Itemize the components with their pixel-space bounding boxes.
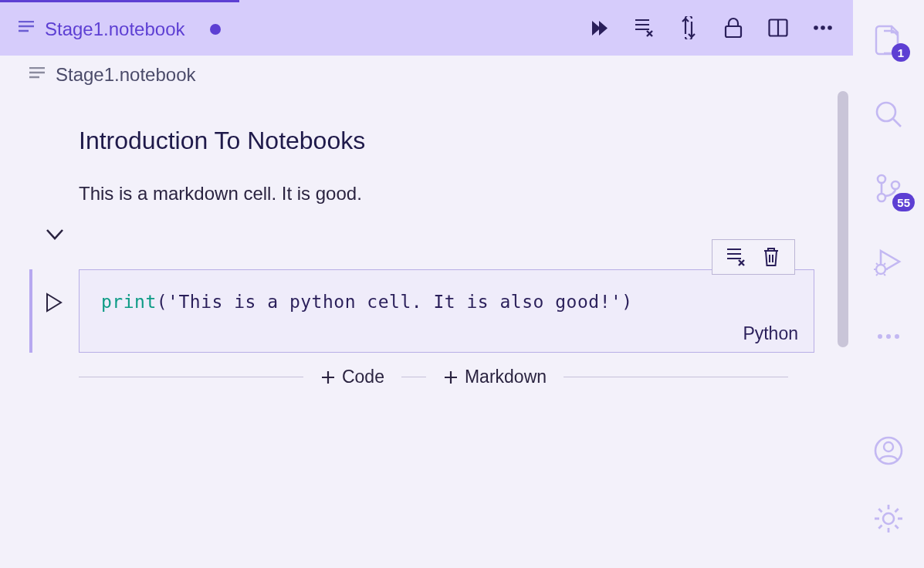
add-markdown-label: Markdown: [465, 367, 547, 387]
split-editor-button[interactable]: [767, 16, 790, 39]
source-control-button[interactable]: 55: [870, 170, 907, 207]
settings-button[interactable]: [870, 500, 907, 537]
code-editor[interactable]: print('This is a python cell. It is also…: [80, 270, 814, 352]
notebook-content: Introduction To Notebooks This is a mark…: [0, 94, 853, 387]
editor-actions: [239, 0, 853, 56]
tab-name: Stage1.notebook: [45, 19, 198, 40]
svg-point-4: [821, 25, 825, 30]
divider: [79, 377, 303, 378]
svg-point-12: [878, 334, 882, 339]
svg-point-3: [814, 25, 818, 30]
divider: [401, 377, 426, 378]
breadcrumb-text: Stage1.notebook: [56, 64, 196, 86]
svg-point-9: [878, 194, 885, 201]
svg-point-17: [883, 513, 894, 524]
add-code-cell-button[interactable]: Code: [320, 367, 384, 387]
svg-point-11: [876, 265, 885, 274]
code-cell[interactable]: print('This is a python cell. It is also…: [79, 269, 814, 353]
breadcrumb[interactable]: Stage1.notebook: [0, 56, 853, 94]
add-cell-row: Code Markdown: [29, 367, 838, 387]
svg-point-6: [877, 103, 895, 121]
dirty-indicator-icon: [210, 24, 221, 35]
account-button[interactable]: [870, 432, 907, 469]
plus-icon: [320, 370, 336, 385]
plus-icon: [443, 370, 459, 385]
lines-icon: [29, 64, 45, 86]
markdown-text: This is a markdown cell. It is good.: [79, 183, 838, 205]
clear-outputs-button[interactable]: [632, 16, 655, 39]
ellipsis-icon: [877, 333, 900, 340]
svg-point-14: [895, 334, 899, 339]
cell-focus-bar: [29, 269, 32, 353]
svg-point-8: [878, 175, 885, 183]
delete-cell-button[interactable]: [760, 246, 782, 268]
run-debug-button[interactable]: [870, 244, 907, 281]
code-token-string: 'This is a python cell. It is also good!…: [168, 292, 621, 312]
search-button[interactable]: [870, 96, 907, 133]
explorer-badge: 1: [892, 43, 910, 62]
cell-toolbar: [712, 239, 795, 275]
source-control-badge: 55: [892, 193, 915, 211]
cell-language-label[interactable]: Python: [743, 323, 798, 344]
svg-point-10: [892, 181, 899, 189]
lock-button[interactable]: [722, 16, 745, 39]
code-token-paren: (: [157, 292, 168, 312]
collapse-section-button[interactable]: [45, 227, 65, 245]
run-debug-icon: [873, 248, 904, 277]
account-icon: [874, 436, 903, 465]
markdown-cell[interactable]: Introduction To Notebooks This is a mark…: [29, 94, 838, 232]
search-icon: [874, 100, 903, 129]
compare-button[interactable]: [677, 16, 700, 39]
svg-point-16: [884, 442, 893, 451]
active-tab[interactable]: Stage1.notebook: [0, 0, 239, 56]
divider: [564, 377, 788, 378]
lines-icon: [19, 21, 34, 38]
activity-bar: 1 55: [853, 0, 924, 568]
more-views-button[interactable]: [870, 318, 907, 355]
tab-strip: Stage1.notebook: [0, 0, 853, 56]
markdown-heading: Introduction To Notebooks: [79, 127, 838, 155]
svg-rect-0: [726, 26, 741, 37]
svg-line-7: [893, 119, 901, 127]
code-cell-row: print('This is a python cell. It is also…: [29, 269, 838, 353]
gear-icon: [873, 503, 904, 534]
code-token-paren: ): [621, 292, 632, 312]
svg-point-5: [828, 25, 832, 30]
add-markdown-cell-button[interactable]: Markdown: [443, 367, 547, 387]
run-cell-button[interactable]: [29, 269, 79, 313]
explorer-button[interactable]: 1: [870, 22, 907, 59]
more-actions-button[interactable]: [811, 16, 834, 39]
code-token-fn: print: [101, 292, 157, 312]
run-all-button[interactable]: [587, 16, 611, 39]
svg-point-13: [886, 334, 891, 339]
clear-cell-output-button[interactable]: [725, 246, 746, 268]
add-code-label: Code: [342, 367, 384, 387]
